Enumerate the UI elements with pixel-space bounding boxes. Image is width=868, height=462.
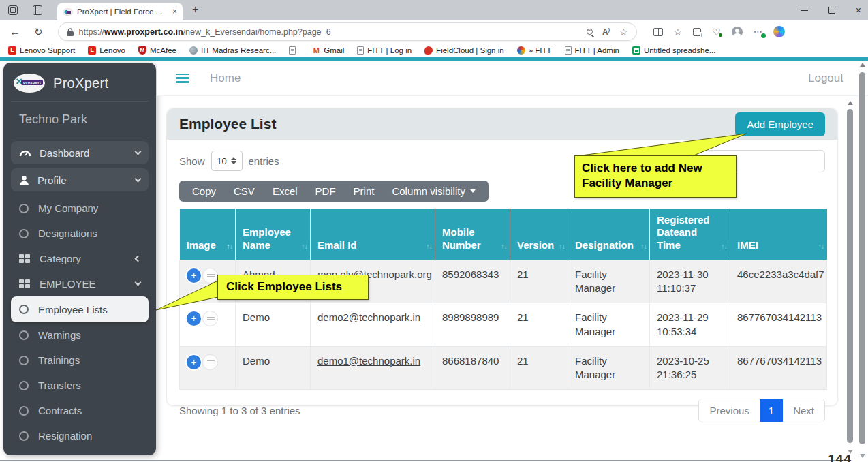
document-page-number: 144 [828,452,852,462]
sidebar-item-designations[interactable]: Designations [11,221,149,246]
minimize-icon[interactable] [801,10,808,11]
column-visibility-button[interactable]: Column visibility [383,185,484,197]
bookmark-spreadsheet[interactable]: Untitled spreadshe... [632,46,715,55]
chevron-down-icon [135,175,142,182]
refresh-icon[interactable]: ↻ [34,26,43,38]
col-registered[interactable]: Registered Dateand Time [650,209,730,260]
card-header: Employee List Add Employee [167,108,837,140]
scroll-up-icon[interactable] [860,63,865,67]
back-icon[interactable]: ← [10,26,20,38]
bookmark-fieldcloud[interactable]: FieldCloud | Sign in [424,46,504,55]
address-bar[interactable]: https://www.proxpert.co.in/new_k_Eversen… [58,22,637,41]
maximize-icon[interactable] [828,7,835,14]
close-window-icon[interactable]: × [856,5,861,15]
sidebar-item-employee[interactable]: EMPLOYEE [11,271,149,296]
tab-close-icon[interactable]: × [172,7,177,16]
read-aloud-icon[interactable]: A) [602,27,610,37]
sidebar-menu: Dashboard Profile My Company Designation… [11,141,149,455]
sidebar-item-employee-lists[interactable]: Employee Lists [11,296,149,322]
bookmark-mcafee[interactable]: MMcAfee [138,46,176,55]
bookmark-fitt-login[interactable]: FITT | Log in [357,46,412,55]
bookmark-fitt[interactable]: » FITT [517,46,552,55]
sidebar-item-transfers[interactable]: Transfers [11,373,149,398]
browser-tab[interactable]: ProXpert | Field Force Automation × [57,3,183,20]
zoom-icon[interactable] [587,29,593,35]
sidebar-item-warnings[interactable]: Warnings [11,322,149,348]
scroll-up-icon[interactable] [848,101,853,105]
new-tab-button[interactable]: + [192,3,198,16]
gauge-icon [19,148,31,157]
previous-page-button[interactable]: Previous [699,399,759,422]
bookmark-lenovo-support[interactable]: LLenovo Support [8,46,75,55]
bookmark-iit-madras[interactable]: IIT Madras Researc... [189,46,276,55]
brand[interactable]: × proxpert ProXpert [11,71,149,99]
page-scrollbar[interactable] [846,98,854,457]
radio-icon [19,406,29,416]
profile-avatar-icon[interactable] [732,27,743,37]
browser-tab-strip: ProXpert | Field Force Automation × + × [0,0,868,20]
col-version[interactable]: Version [510,209,568,260]
sidebar-item-resignation[interactable]: Resignation [11,423,149,448]
sidebar-item-profile[interactable]: Profile [11,168,149,191]
expand-row-button[interactable]: + [187,311,201,326]
spinner-icon [231,157,236,164]
next-page-button[interactable]: Next [783,399,824,422]
divider [11,138,149,138]
col-designation[interactable]: Designation [568,209,650,260]
chevron-down-icon [135,279,142,286]
bookmark-lenovo[interactable]: LLenovo [88,46,125,55]
favorite-star-icon[interactable]: ☆ [619,27,628,37]
sidebar-item-contracts[interactable]: Contracts [11,398,149,423]
brand-name: ProXpert [53,76,108,91]
bookmark-gmail[interactable]: MGmail [312,46,344,55]
print-button[interactable]: Print [345,185,384,197]
logout-link[interactable]: Logout [808,72,843,85]
lock-icon [67,28,74,36]
sidebar-item-my-company[interactable]: My Company [11,196,149,221]
radio-icon [19,204,29,213]
employee-list-card: Employee List Add Employee Show 10 entri… [166,108,838,406]
person-icon [19,175,29,185]
settings-menu-icon[interactable]: ⋯ [754,27,762,37]
scroll-down-icon[interactable] [860,454,865,458]
browser-essentials-icon[interactable]: ♡ [712,27,721,37]
bookmark-fitt-admin[interactable]: FITT | Admin [565,46,619,55]
lenovo-icon: L [8,46,16,55]
col-mobile[interactable]: Mobile Number [435,209,510,260]
sidebar-item-dashboard[interactable]: Dashboard [11,141,149,164]
col-employee-name[interactable]: Employee Name [236,209,311,260]
collections-icon[interactable] [693,28,701,36]
split-screen-icon[interactable] [653,28,663,36]
bookmark-untitled[interactable] [289,46,299,55]
sidebar-item-trainings[interactable]: Trainings [11,348,149,373]
breadcrumb-home[interactable]: Home [210,72,241,85]
col-email[interactable]: Email Id [311,209,435,260]
col-imei[interactable]: IMEI [730,209,827,260]
copilot-icon[interactable] [773,26,785,37]
browser-toolbar: ← ↻ https://www.proxpert.co.in/new_k_Eve… [0,20,868,43]
page-1-button[interactable]: 1 [760,399,783,422]
copy-button[interactable]: Copy [183,185,225,197]
site-topbar: Home Logout [157,61,868,96]
table-header-row: Image Employee Name Email Id Mobile Numb… [180,209,827,260]
sidebar-item-terminations[interactable]: Terminations [11,448,149,455]
favorites-icon[interactable]: ☆ [674,27,683,37]
hamburger-menu-icon[interactable] [176,74,189,83]
email-link[interactable]: demo1@technopark.in [317,355,420,367]
col-image[interactable]: Image [180,209,236,260]
expand-row-button[interactable]: + [187,268,201,283]
pdf-button[interactable]: PDF [307,185,345,197]
page-size-select[interactable]: 10 [211,151,243,171]
workspaces-icon[interactable] [8,5,18,15]
excel-button[interactable]: Excel [264,185,307,197]
scrollbar-thumb[interactable] [847,109,853,443]
tab-actions-icon[interactable] [33,5,42,15]
email-link[interactable]: demo2@technopark.in [317,311,420,323]
outer-scrollbar[interactable] [858,60,867,461]
expand-row-button[interactable]: + [187,355,201,369]
csv-button[interactable]: CSV [225,185,264,197]
sidebar-item-category[interactable]: Category [11,246,149,271]
scrollbar-thumb[interactable] [859,72,865,444]
add-employee-button[interactable]: Add Employee [735,112,825,136]
sort-icon [640,242,647,251]
